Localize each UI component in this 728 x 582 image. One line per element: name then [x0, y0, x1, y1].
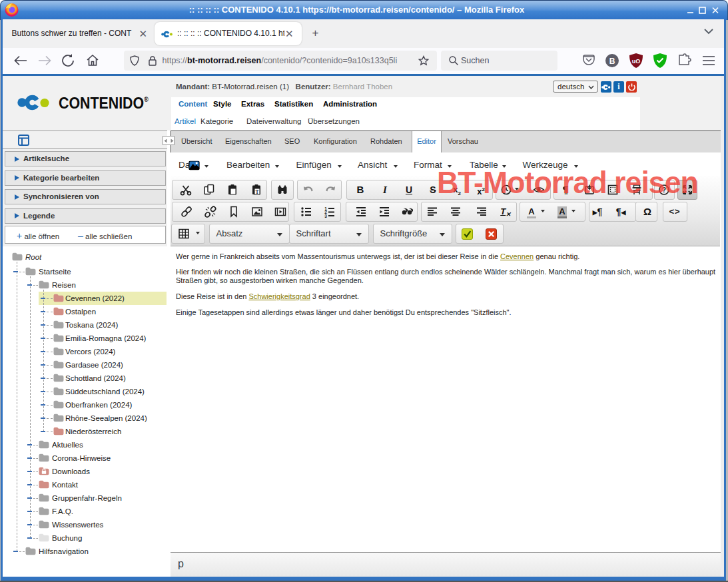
svg-text:uO: uO: [631, 58, 640, 65]
svg-text:3: 3: [324, 214, 327, 218]
svg-text:B: B: [609, 57, 615, 66]
svg-text:T: T: [255, 189, 258, 195]
